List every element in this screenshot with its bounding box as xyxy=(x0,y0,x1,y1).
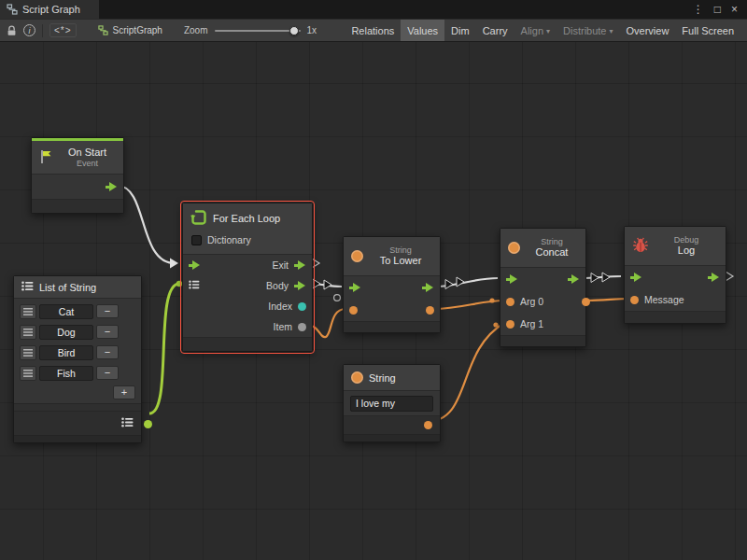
wire-list-to-foreach[interactable] xyxy=(149,284,179,413)
list-output-icon[interactable] xyxy=(121,417,134,429)
arg0-input-port[interactable] xyxy=(506,298,514,306)
trigger-output-port[interactable] xyxy=(708,273,720,282)
drag-handle-icon[interactable] xyxy=(20,366,36,381)
zoom-value: 1x xyxy=(307,25,317,35)
node-header: List of String xyxy=(14,276,141,299)
list-item-row: Bird − xyxy=(20,343,135,361)
node-for-each-loop[interactable]: For Each Loop Dictionary Exit xyxy=(182,203,313,352)
node-header: On Start Event xyxy=(32,141,123,175)
string-input-port[interactable] xyxy=(349,306,358,315)
distribute-button[interactable]: Distribute▾ xyxy=(557,20,619,41)
arg1-input-port[interactable] xyxy=(506,320,514,329)
trigger-output-port[interactable] xyxy=(568,274,580,284)
exit-output-port[interactable] xyxy=(294,260,306,270)
lock-icon[interactable] xyxy=(7,22,17,39)
wire-concat-to-log[interactable] xyxy=(582,276,621,278)
info-icon[interactable]: i xyxy=(23,22,35,39)
unconnected-exit-indicator xyxy=(726,272,733,281)
node-concat[interactable]: String Concat Arg 0 Arg 1 xyxy=(500,228,586,347)
drag-handle-icon[interactable] xyxy=(20,304,36,319)
remove-item-button[interactable]: − xyxy=(96,325,119,339)
list-item-field[interactable]: Bird xyxy=(39,345,93,360)
node-footer xyxy=(344,321,440,332)
zoom-slider-track[interactable] xyxy=(215,30,301,32)
trigger-input-port[interactable] xyxy=(630,273,642,282)
remove-item-button[interactable]: − xyxy=(96,304,119,318)
tab-script-graph[interactable]: Script Graph xyxy=(0,0,99,19)
port-label: Exit xyxy=(272,259,289,271)
port-label: Body xyxy=(266,280,289,291)
list-item-field[interactable]: Fish xyxy=(39,366,93,381)
breadcrumb-label: ScriptGraph xyxy=(113,25,162,35)
trigger-input-port[interactable] xyxy=(189,260,201,270)
maximize-icon[interactable]: □ xyxy=(714,4,721,15)
unconnected-value-indicator xyxy=(334,295,341,301)
node-footer xyxy=(625,311,726,323)
window-menu-icon[interactable]: ⋮ xyxy=(693,4,704,15)
string-output-port[interactable] xyxy=(424,421,432,429)
close-icon[interactable]: × xyxy=(731,4,738,15)
node-category: String xyxy=(541,237,563,246)
values-button[interactable]: Values xyxy=(401,20,444,41)
string-output-port[interactable] xyxy=(426,306,434,315)
message-input-port[interactable] xyxy=(630,296,639,304)
port-row xyxy=(625,266,726,288)
trigger-output-port[interactable] xyxy=(422,283,434,292)
add-item-button[interactable]: + xyxy=(113,385,135,399)
port-row-message: Message xyxy=(625,288,726,311)
string-type-icon xyxy=(351,371,363,384)
result-output-port[interactable] xyxy=(582,298,590,306)
edit-source-icon[interactable]: <*> xyxy=(49,23,77,37)
port-row xyxy=(32,175,123,199)
remove-item-button[interactable]: − xyxy=(96,366,119,380)
wire-arrowhead xyxy=(313,279,320,288)
window-controls: ⋮ □ × xyxy=(684,0,747,19)
trigger-input-port[interactable] xyxy=(349,283,361,292)
item-output-port[interactable] xyxy=(298,323,306,331)
node-footer xyxy=(32,199,123,213)
drag-handle-icon[interactable] xyxy=(20,345,36,360)
node-title: List of String xyxy=(39,282,96,293)
dim-button[interactable]: Dim xyxy=(444,20,476,41)
node-list-of-string[interactable]: List of String Cat − Dog − Bird − xyxy=(13,275,142,443)
breadcrumb[interactable]: ScriptGraph xyxy=(98,25,162,35)
chevron-down-icon: ▾ xyxy=(546,27,550,35)
string-value-field[interactable]: I love my xyxy=(350,396,433,412)
relations-button[interactable]: Relations xyxy=(345,20,401,41)
list-item-field[interactable]: Dog xyxy=(39,325,93,340)
body-output-port[interactable] xyxy=(294,281,306,290)
overview-button[interactable]: Overview xyxy=(620,20,676,41)
graph-canvas[interactable]: On Start Event List of St xyxy=(0,42,747,560)
node-string-literal[interactable]: String I love my xyxy=(343,364,441,442)
trigger-output-port[interactable] xyxy=(106,182,118,191)
node-debug-log[interactable]: Debug Log Message xyxy=(624,226,726,324)
node-to-lower[interactable]: String To Lower xyxy=(343,236,441,333)
node-title: Concat xyxy=(536,246,569,259)
dictionary-checkbox[interactable] xyxy=(191,235,202,245)
chevron-down-icon: ▾ xyxy=(610,27,613,35)
list-input-port[interactable] xyxy=(189,280,200,291)
align-button[interactable]: Align▾ xyxy=(514,20,557,41)
node-title: String xyxy=(369,372,396,384)
node-footer xyxy=(500,335,585,346)
node-subtitle: Event xyxy=(77,159,98,168)
fullscreen-button[interactable]: Full Screen xyxy=(675,20,740,41)
graph-toolbar: i <*> ScriptGraph Zoom 1x Relations Valu… xyxy=(0,19,747,42)
list-output-port[interactable] xyxy=(144,420,152,428)
node-title: On Start xyxy=(68,147,106,159)
drag-handle-icon[interactable] xyxy=(20,325,36,340)
port-label: Item xyxy=(274,321,292,332)
carry-button[interactable]: Carry xyxy=(476,20,514,41)
remove-item-button[interactable]: − xyxy=(96,345,119,359)
loop-icon xyxy=(190,209,207,228)
list-item-field[interactable]: Cat xyxy=(39,304,93,319)
add-row: + xyxy=(14,384,141,403)
index-output-port[interactable] xyxy=(298,302,306,311)
string-type-icon xyxy=(351,250,363,262)
node-header: Debug Log xyxy=(625,227,726,266)
zoom-slider-handle[interactable] xyxy=(289,26,299,35)
zoom-slider[interactable] xyxy=(215,25,301,36)
wire-onstart-to-foreach[interactable] xyxy=(118,186,175,263)
node-on-start[interactable]: On Start Event xyxy=(31,137,124,214)
trigger-input-port[interactable] xyxy=(506,274,518,284)
